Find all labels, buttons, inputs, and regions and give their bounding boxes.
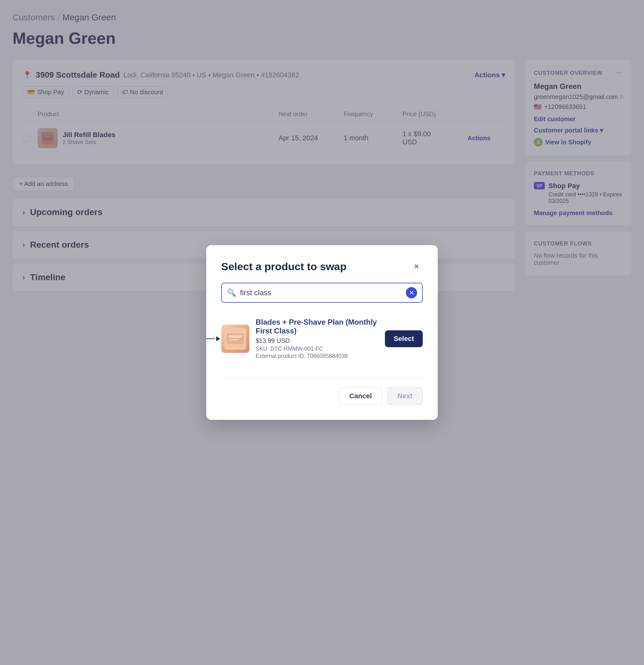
arrow-head xyxy=(216,336,220,341)
product-result-name: Blades + Pre-Shave Plan (Monthly First C… xyxy=(256,318,379,335)
svg-rect-4 xyxy=(227,334,244,344)
modal: Select a product to swap × 🔍 ✕ xyxy=(206,245,438,420)
product-result-price: $13.99 USD xyxy=(256,337,379,344)
modal-overlay: Select a product to swap × 🔍 ✕ xyxy=(0,0,644,665)
search-icon: 🔍 xyxy=(227,288,236,297)
product-result-info: Blades + Pre-Shave Plan (Monthly First C… xyxy=(256,318,379,359)
search-input[interactable] xyxy=(240,288,402,297)
next-button[interactable]: Next xyxy=(387,387,423,405)
modal-footer: Cancel Next xyxy=(221,387,423,405)
search-box: 🔍 ✕ xyxy=(221,283,423,303)
arrow-annotation xyxy=(206,336,220,341)
cancel-button[interactable]: Cancel xyxy=(339,387,382,405)
product-result-image xyxy=(221,325,249,353)
modal-header: Select a product to swap × xyxy=(221,260,423,273)
modal-divider xyxy=(221,378,423,379)
product-result-sku: SKU: DTC-RMMW-001-FC xyxy=(256,346,379,352)
search-clear-button[interactable]: ✕ xyxy=(406,287,417,298)
product-result-id: External product ID: 7066085884038 xyxy=(256,353,379,359)
arrow-line xyxy=(206,339,215,339)
product-result-image-inner xyxy=(221,325,249,353)
svg-rect-6 xyxy=(229,339,238,340)
select-product-button[interactable]: Select xyxy=(385,330,423,347)
modal-title: Select a product to swap xyxy=(221,261,347,273)
page-wrapper: Customers / Megan Green Megan Green 📍 39… xyxy=(0,0,644,665)
product-result: Blades + Pre-Shave Plan (Monthly First C… xyxy=(221,311,423,366)
svg-rect-5 xyxy=(229,335,242,338)
modal-close-button[interactable]: × xyxy=(410,260,423,273)
